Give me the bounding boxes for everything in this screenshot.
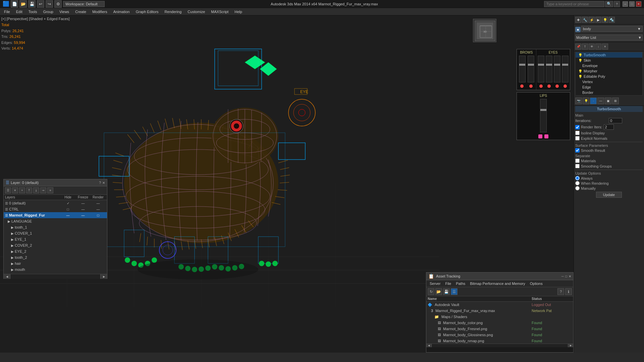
vertex-btn[interactable]: · bbox=[590, 98, 597, 104]
layer-row-language[interactable]: ▶ LANGUAGE bbox=[4, 218, 107, 224]
asset-close-btn[interactable]: ✕ bbox=[569, 275, 571, 278]
asset-scroll-left[interactable]: ◀ bbox=[426, 344, 432, 347]
always-radio[interactable] bbox=[575, 176, 580, 180]
layer-row-tooth2[interactable]: ▶ tooth_2 bbox=[4, 254, 107, 260]
asset-menu-server[interactable]: Server bbox=[428, 281, 442, 286]
modifier-edge[interactable]: Edge bbox=[576, 84, 642, 90]
explicit-normals-check[interactable] bbox=[575, 136, 580, 140]
menu-graph-editors[interactable]: Graph Editors bbox=[133, 9, 161, 14]
asset-row-body-fresnel[interactable]: 🖼 Marmot_body_Fresnel.png Found bbox=[426, 326, 573, 332]
layer-row-cover2[interactable]: ▶ COVER_2 bbox=[4, 242, 107, 248]
modifier-epoly[interactable]: 💡 Editable Poly bbox=[576, 74, 642, 79]
eyes-dot-4[interactable] bbox=[564, 84, 567, 88]
update-button[interactable]: Update bbox=[596, 192, 622, 198]
layers-scroll-right[interactable]: ▶ bbox=[100, 274, 107, 279]
asset-menu-file[interactable]: File bbox=[443, 281, 453, 286]
modify-tab-btn[interactable]: 🔧 bbox=[582, 17, 588, 23]
eyes-slider-2[interactable] bbox=[546, 56, 552, 82]
asset-list-btn[interactable]: ☰ bbox=[451, 288, 458, 295]
edge-btn[interactable]: — bbox=[597, 98, 604, 104]
brows-dot-1[interactable] bbox=[520, 84, 524, 88]
layers-scrollbar[interactable]: ◀ ▶ bbox=[4, 274, 107, 279]
create-tab-btn[interactable]: ✚ bbox=[575, 17, 581, 23]
undo-btn[interactable]: ↩ bbox=[37, 0, 44, 8]
layer-freeze-check[interactable]: — bbox=[75, 207, 91, 211]
open-btn[interactable]: 📂 bbox=[19, 0, 27, 8]
layer-row-eye2[interactable]: ▶ EYE_2 bbox=[4, 248, 107, 254]
lips-slider-1[interactable] bbox=[540, 99, 547, 132]
modifier-vertex[interactable]: Vertex bbox=[576, 79, 642, 84]
lips-dot-1[interactable] bbox=[538, 134, 542, 138]
asset-row-maxfile[interactable]: 3 Marmot_Rigged_Fur_max_vray.max Network… bbox=[426, 308, 573, 314]
modifier-turbosmooth[interactable]: 💡 TurboSmooth bbox=[576, 52, 642, 58]
element-btn[interactable]: ⊞ bbox=[612, 98, 619, 104]
asset-save-btn[interactable]: 💾 bbox=[443, 288, 450, 295]
eyes-dot-2[interactable] bbox=[547, 84, 551, 88]
menu-views[interactable]: Views bbox=[57, 9, 72, 14]
layers-new-btn[interactable]: ☰ bbox=[5, 187, 11, 193]
layer-row-marmot[interactable]: ☰ Marmot_Rigged_Fur — — □ bbox=[4, 212, 107, 218]
asset-minimize-btn[interactable]: ─ bbox=[561, 275, 564, 278]
face-btn[interactable]: ▣ bbox=[605, 98, 611, 104]
menu-file[interactable]: File bbox=[1, 9, 13, 14]
viewport[interactable]: [+] [Perspective] [Shaded + Edged Faces]… bbox=[0, 15, 574, 353]
maximize-button[interactable]: □ bbox=[629, 1, 635, 7]
menu-group[interactable]: Group bbox=[40, 9, 56, 14]
layer-row-mouth[interactable]: ▶ mouth bbox=[4, 266, 107, 273]
motion-tab-btn[interactable]: ▶ bbox=[595, 17, 601, 23]
mod-type-btn[interactable]: T bbox=[582, 44, 588, 50]
mod-delete-btn[interactable]: ✕ bbox=[602, 44, 608, 50]
eyes-dot-1[interactable] bbox=[539, 84, 543, 88]
layer-freeze-check[interactable]: — bbox=[75, 201, 91, 205]
layers-delete-btn[interactable]: ✕ bbox=[12, 187, 18, 193]
mod-show-btn[interactable]: 👁 bbox=[589, 44, 595, 50]
asset-maximize-btn[interactable]: □ bbox=[565, 275, 567, 278]
layers-question-btn[interactable]: ? bbox=[99, 181, 101, 185]
layer-freeze-check[interactable]: — bbox=[75, 214, 91, 217]
modifier-skin[interactable]: 💡 Skin bbox=[576, 58, 642, 63]
light-btn[interactable]: 💡 bbox=[583, 98, 589, 104]
layer-hide-check[interactable]: □ bbox=[60, 207, 75, 211]
layer-render-check[interactable]: — bbox=[91, 201, 106, 205]
menu-customize[interactable]: Customize bbox=[185, 9, 208, 14]
hierarchy-tab-btn[interactable]: ⚡ bbox=[589, 17, 595, 23]
lips-dot-2[interactable] bbox=[544, 134, 548, 138]
menu-modifiers[interactable]: Modifiers bbox=[90, 9, 110, 14]
brows-slider-2[interactable] bbox=[528, 56, 534, 82]
brows-slider-1[interactable] bbox=[519, 56, 526, 82]
layer-render-check[interactable]: — bbox=[91, 207, 106, 211]
materials-check[interactable] bbox=[575, 159, 580, 163]
layers-close-btn[interactable]: ✕ bbox=[102, 181, 105, 185]
smooth-result-check[interactable] bbox=[575, 148, 580, 153]
asset-row-maps[interactable]: 📁 Maps / Shaders bbox=[426, 314, 573, 320]
asset-row-body-glossiness[interactable]: 🖼 Marmot_body_Glossiness.png Found bbox=[426, 332, 573, 338]
display-tab-btn[interactable]: 💡 bbox=[602, 17, 608, 23]
renderiter-check[interactable] bbox=[575, 125, 580, 129]
layer-row-default[interactable]: ☰ 0 (default) ✓ — — bbox=[4, 200, 107, 206]
help-button[interactable]: ? bbox=[614, 1, 620, 7]
layer-row-ctrl[interactable]: ☰ CTRL □ — — bbox=[4, 206, 107, 212]
redo-btn[interactable]: ↪ bbox=[46, 0, 53, 8]
layers-move-up-btn[interactable]: ⤒ bbox=[26, 187, 32, 193]
layers-merge-btn[interactable]: ⇒ bbox=[40, 187, 46, 193]
renderiter-input[interactable] bbox=[604, 124, 614, 130]
menu-maxscript[interactable]: MAXScript bbox=[208, 9, 231, 14]
minimize-button[interactable]: ─ bbox=[623, 1, 628, 7]
asset-refresh-btn[interactable]: ↻ bbox=[428, 288, 434, 295]
modifier-envelope[interactable]: Envelope bbox=[576, 63, 642, 68]
modifier-border[interactable]: Border bbox=[576, 90, 642, 95]
menu-tools[interactable]: Tools bbox=[26, 9, 40, 14]
manually-radio[interactable] bbox=[575, 186, 580, 190]
layers-expand-btn[interactable]: ≡ bbox=[47, 187, 53, 193]
asset-open-btn[interactable]: 📂 bbox=[435, 288, 442, 295]
layers-add-btn[interactable]: + bbox=[19, 187, 25, 193]
asset-row-body-nmap[interactable]: 🖼 Marmot_body_nmap.png Found bbox=[426, 338, 573, 344]
layer-row-tooth1[interactable]: ▶ tooth_1 bbox=[4, 224, 107, 230]
isoline-check[interactable] bbox=[575, 131, 580, 135]
new-btn[interactable]: 📄 bbox=[11, 0, 18, 8]
body-select[interactable]: body ▼ bbox=[581, 26, 643, 32]
render-settings-btn[interactable]: ⚙ bbox=[54, 0, 62, 8]
asset-scroll-right[interactable]: ▶ bbox=[568, 344, 573, 347]
menu-create[interactable]: Create bbox=[72, 9, 89, 14]
camera-btn[interactable]: 📷 bbox=[575, 98, 582, 104]
